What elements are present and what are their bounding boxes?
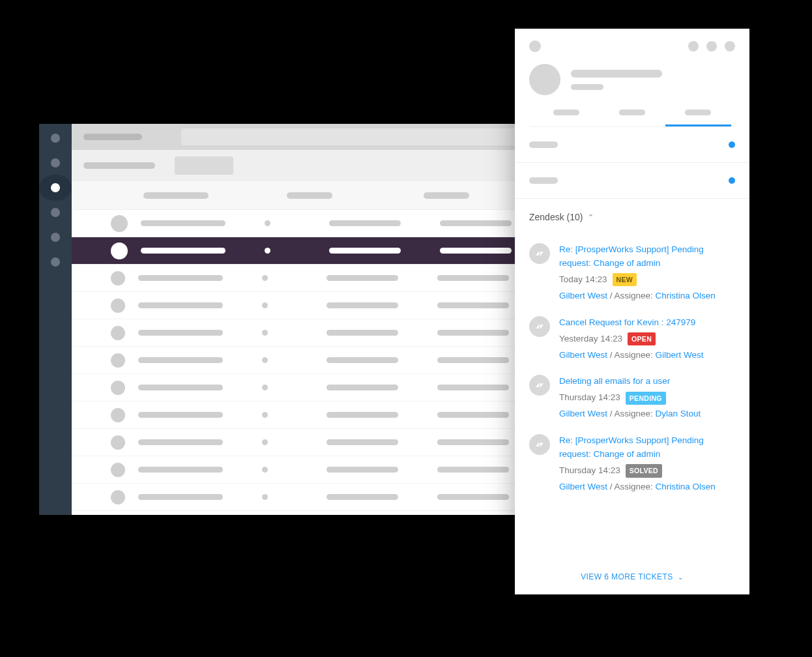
contact-name [571,70,662,78]
column-header[interactable] [143,192,209,199]
sidebar-nav-item[interactable] [51,158,60,168]
row-cell [326,302,398,308]
column-header[interactable] [287,192,332,199]
sidebar-nav-item-active[interactable] [39,175,72,201]
toolbar-item[interactable] [83,134,142,140]
sidebar-nav-item[interactable] [51,134,60,143]
ticket-time: Yesterday 14:23 [559,332,622,346]
ticket-title-link[interactable]: Cancel Request for Kevin : 247979 [559,316,735,330]
ticket-assignee-link[interactable]: Dylan Stout [656,409,701,418]
panel-action-icon[interactable] [725,41,735,51]
assignee-prefix: / Assignee: [607,409,656,418]
panel-tabs [529,110,735,127]
row-avatar [111,215,128,232]
row-cell [437,385,509,390]
ticket-status-badge: SOLVED [626,464,662,477]
zendesk-section-header[interactable]: Zendesk (10) ⌃ [515,199,749,226]
row-status-dot [265,248,270,254]
ticket-status-badge: OPEN [628,332,656,345]
chevron-up-icon: ⌃ [588,213,594,222]
row-cell [440,220,512,226]
row-cell [138,494,223,500]
ticket-status-badge: PENDING [626,392,666,405]
app-sidebar [39,124,72,515]
ticket-time: Thursday 14:23 [559,464,620,478]
expand-indicator-icon [729,141,735,148]
expand-indicator-icon [729,177,735,184]
ticket-assignee-link[interactable]: Christina Olsen [656,291,716,300]
row-cell [437,330,509,336]
row-avatar [111,490,125,504]
ticket-title-link[interactable]: Deleting all emails for a user [559,375,735,388]
ticket-title-link[interactable]: Re: [ProsperWorks Support] Pending reque… [559,243,735,270]
sidebar-nav-item[interactable] [51,233,60,242]
row-avatar [111,408,125,422]
row-avatar [111,435,125,450]
panel-tab[interactable] [599,110,665,126]
row-cell [326,467,398,473]
contact-avatar [529,64,560,95]
zendesk-icon [529,316,550,337]
row-cell [138,330,223,336]
zendesk-ticket: Deleting all emails for a userThursday 1… [529,375,735,421]
panel-action-icon[interactable] [706,41,717,51]
row-cell [329,248,401,254]
ticket-requester-link[interactable]: Gilbert West [559,409,607,418]
chevron-down-icon: ⌄ [678,574,683,581]
view-more-label: VIEW 6 MORE TICKETS [581,572,673,581]
panel-action-icon[interactable] [688,41,699,51]
sidebar-nav-item[interactable] [51,208,60,217]
row-cell [138,275,223,281]
ticket-time: Today 14:23 [559,273,607,287]
row-status-dot [262,439,268,445]
ticket-status-badge: NEW [613,273,637,286]
sidebar-nav-item[interactable] [51,257,60,267]
row-cell [326,494,398,500]
row-cell [437,439,509,445]
ticket-assignee-link[interactable]: Gilbert West [656,350,704,360]
back-icon[interactable] [529,40,541,52]
row-cell [440,248,512,254]
zendesk-ticket: Re: [ProsperWorks Support] Pending reque… [529,243,735,303]
ticket-requester-link[interactable]: Gilbert West [559,482,607,491]
row-cell [437,494,509,500]
row-cell [138,357,223,363]
panel-tab[interactable] [533,110,599,126]
breadcrumb[interactable] [83,162,155,169]
collapsed-section[interactable] [515,127,749,163]
row-status-dot [262,302,268,308]
ticket-assignee-link[interactable]: Christina Olsen [656,482,716,491]
row-status-dot [262,330,268,336]
ticket-requester-link[interactable]: Gilbert West [559,350,607,360]
row-cell [138,412,223,418]
zendesk-icon [529,434,550,455]
row-status-dot [262,357,268,363]
row-avatar [111,242,128,259]
row-avatar [111,299,125,313]
row-cell [437,275,509,281]
assignee-prefix: / Assignee: [607,350,656,360]
row-cell [437,357,509,363]
panel-tab-active[interactable] [665,110,731,126]
zendesk-ticket: Re: [ProsperWorks Support] Pending reque… [529,434,735,494]
ticket-requester-link[interactable]: Gilbert West [559,291,607,300]
ticket-title-link[interactable]: Re: [ProsperWorks Support] Pending reque… [559,434,735,461]
row-cell [326,439,398,445]
row-cell [138,385,223,390]
view-more-tickets-button[interactable]: VIEW 6 MORE TICKETS ⌄ [515,564,749,594]
zendesk-ticket: Cancel Request for Kevin : 247979Yesterd… [529,316,735,362]
panel-header [515,29,749,127]
zendesk-header-label: Zendesk (10) [529,212,583,222]
assignee-prefix: / Assignee: [607,482,656,491]
row-cell [138,467,223,473]
row-avatar [111,326,125,340]
row-cell [437,302,509,308]
column-header[interactable] [424,192,469,199]
zendesk-ticket-list: Re: [ProsperWorks Support] Pending reque… [515,226,749,564]
active-view-tab[interactable] [175,156,233,175]
row-cell [326,412,398,418]
contact-subtitle [571,84,603,90]
row-cell [437,412,509,418]
collapsed-section[interactable] [515,163,749,199]
row-avatar [111,353,125,368]
